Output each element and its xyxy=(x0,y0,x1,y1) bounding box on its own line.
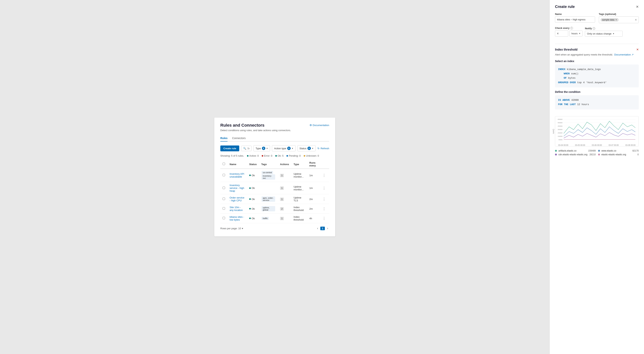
notify-group: Notify i Only on status change ▼ xyxy=(585,27,623,37)
status-badge: Ok xyxy=(249,174,257,177)
check-every-unit-select[interactable]: hours ▼ xyxy=(569,30,582,36)
rule-name-link[interactable]: Inventory service - high heap xyxy=(230,184,244,192)
define-condition-title: Define the condition xyxy=(555,90,639,93)
refresh-button[interactable]: ↻ Refresh xyxy=(318,147,329,150)
status-badge: Ok xyxy=(249,198,257,200)
row-checkbox[interactable] xyxy=(222,187,225,189)
svg-text:650000: 650000 xyxy=(558,119,562,120)
action-type-filter-button[interactable]: Action type 0 ▼ xyxy=(272,145,295,151)
rule-name-link[interactable]: Site 10m - any location xyxy=(230,206,243,211)
stat-pending: Pending: 0 xyxy=(286,154,301,157)
check-notify-row: Check every i hours ▼ Notify i Onl xyxy=(555,27,639,37)
type-cell: Index threshold xyxy=(291,204,307,214)
row-checkbox[interactable] xyxy=(222,217,225,219)
current-page[interactable]: 1 xyxy=(320,227,325,230)
name-tags-row: Name Tags (optional) sample-data ✕ ✕ xyxy=(555,13,639,23)
refresh-icon: ↻ xyxy=(318,147,320,150)
documentation-link[interactable]: ⚙ Documentation xyxy=(310,124,329,127)
chart-legend: artifacts.elastic.co 159489 www.elastic.… xyxy=(550,150,644,160)
section-header: Index threshold ✕ xyxy=(555,48,639,51)
row-checkbox[interactable] xyxy=(222,197,225,200)
rules-table: Name Status Tags Actions Type Runs every… xyxy=(220,160,329,223)
more-options-button[interactable]: ⋮ xyxy=(321,206,327,211)
tag-remove-button[interactable]: ✕ xyxy=(615,19,617,21)
runs-every-cell: 1m xyxy=(307,169,319,182)
ok-dot xyxy=(249,175,251,176)
table-row: kibana sites - low bytes Ok traffic 1 In… xyxy=(220,214,329,223)
legend-value: 0 xyxy=(638,153,639,156)
rule-name-link[interactable]: Inventory API unavailable xyxy=(230,173,244,178)
legend-name: www.elastic.co xyxy=(602,150,631,152)
row-checkbox[interactable] xyxy=(222,174,225,176)
check-every-input[interactable] xyxy=(555,30,568,37)
notify-select[interactable]: Only on status change ▼ xyxy=(585,31,623,37)
close-button[interactable]: ✕ xyxy=(636,5,639,8)
panel-form: Name Tags (optional) sample-data ✕ ✕ Che… xyxy=(550,13,644,44)
section-description: Alert when an aggregated query meets the… xyxy=(555,53,639,57)
check-every-info-icon: i xyxy=(570,27,573,29)
col-tags: Tags xyxy=(259,160,278,169)
chevron-down-icon: ▾ xyxy=(242,227,243,230)
action-count: 1 xyxy=(280,217,284,220)
chevron-down-icon: ▼ xyxy=(579,32,581,34)
type-filter-button[interactable]: Type 0 ▼ xyxy=(254,145,270,151)
tag-pill: sample-data ✕ xyxy=(600,18,619,21)
status-badge: Ok xyxy=(249,207,257,210)
row-checkbox[interactable] xyxy=(222,207,225,210)
search-input[interactable] xyxy=(247,147,250,150)
legend-name: artifacts.elastic.co xyxy=(558,150,586,152)
col-actions: Actions xyxy=(278,160,292,169)
rows-per-page-select[interactable]: Rows per page: 10 ▾ xyxy=(220,227,243,230)
tags-input[interactable]: sample-data ✕ ✕ xyxy=(599,16,639,23)
legend-item: www.elastic.co 82170 xyxy=(598,150,639,152)
status-badge: Ok xyxy=(249,187,257,189)
chart-container: sum() 650000 550000 450000 350000 250000… xyxy=(555,116,639,147)
condition-block: IS ABOVE 42000 FOR THE LAST 12 hours xyxy=(555,95,639,109)
legend-dot xyxy=(598,154,600,156)
tag-clear-all-button[interactable]: ✕ xyxy=(635,18,637,21)
col-runs-every: Runs every xyxy=(307,160,319,169)
type-cell: Uptime TLS xyxy=(291,194,307,204)
legend-value: 159489 xyxy=(588,150,596,152)
prev-page-button[interactable]: ‹ xyxy=(316,226,319,230)
chart-svg: 650000 550000 450000 350000 250000 15000… xyxy=(558,118,636,143)
rule-name-link[interactable]: Order service - high CPU xyxy=(230,196,244,202)
name-input[interactable] xyxy=(555,16,595,23)
more-options-button[interactable]: ⋮ xyxy=(321,216,327,221)
more-options-button[interactable]: ⋮ xyxy=(321,186,327,190)
svg-text:150000: 150000 xyxy=(558,136,562,137)
ok-dot xyxy=(249,208,251,209)
legend-item: cdn.elastic-elastic-elastic.org 28210 xyxy=(555,153,596,156)
more-options-button[interactable]: ⋮ xyxy=(321,173,327,178)
ok-dot xyxy=(249,187,251,189)
index-threshold-doc-link[interactable]: Documentation ↗ xyxy=(614,53,634,56)
action-count: 1 xyxy=(280,186,284,190)
type-cell: Index threshold xyxy=(291,214,307,223)
tab-rules[interactable]: Rules xyxy=(220,135,228,142)
select-all-checkbox[interactable] xyxy=(222,163,225,165)
tab-connectors[interactable]: Connectors xyxy=(232,135,246,142)
status-badge: Ok xyxy=(249,217,257,220)
chevron-down-icon: ▼ xyxy=(292,147,294,150)
y-axis-label: sum() xyxy=(552,129,554,134)
next-page-button[interactable]: › xyxy=(326,226,329,230)
page-title: Rules and Connectors xyxy=(220,123,291,128)
status-filter-button[interactable]: Status 0 ▼ xyxy=(298,145,316,151)
name-group: Name xyxy=(555,13,595,23)
more-options-button[interactable]: ⋮ xyxy=(321,197,327,201)
divider xyxy=(555,44,639,44)
type-cell: Uptime monitor... xyxy=(291,169,307,182)
rule-name-link[interactable]: kibana sites - low bytes xyxy=(230,215,244,221)
legend-item: elastic-elastic-elastic.org 0 xyxy=(598,153,639,156)
action-count: 1 xyxy=(280,197,284,201)
x-axis-labels: 03-04 00:00 03-05 00:00 03-06 00:00 03-0… xyxy=(558,144,636,146)
create-rule-button[interactable]: Create rule xyxy=(220,146,239,151)
stat-active: Active: 0 xyxy=(247,154,259,157)
create-rule-panel: Create rule ✕ Name Tags (optional) sampl… xyxy=(550,0,644,354)
section-close-button[interactable]: ✕ xyxy=(636,48,639,51)
panel-title: Create rule xyxy=(555,4,575,9)
search-box[interactable]: 🔍 xyxy=(241,146,252,151)
svg-text:550000: 550000 xyxy=(558,122,562,124)
runs-every-cell: 2m xyxy=(307,204,319,214)
page-navigation: ‹ 1 › xyxy=(316,226,329,230)
